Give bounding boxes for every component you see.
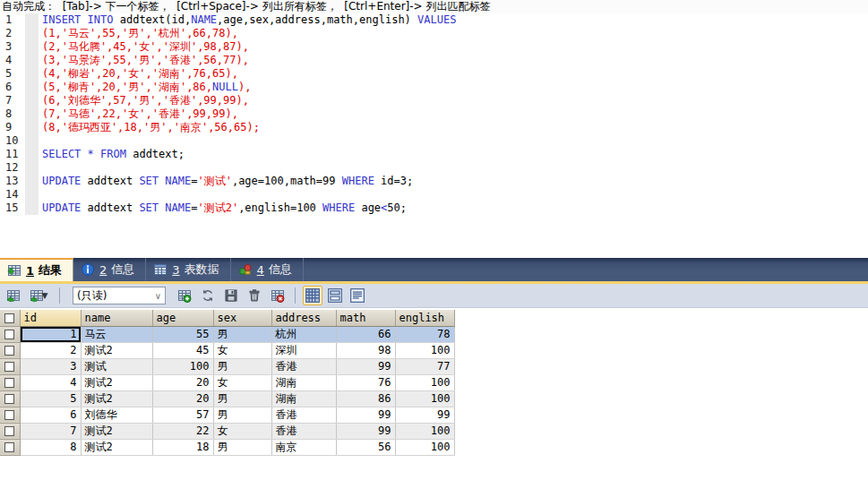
table-row[interactable]: 5测试220男湖南86100 [0, 390, 454, 407]
tab-4-pane[interactable]: 4信息 [231, 258, 304, 281]
cell-address[interactable]: 香港 [271, 423, 336, 439]
row-checkbox[interactable] [4, 362, 14, 372]
table-row[interactable]: 8测试218男南京56100 [0, 439, 454, 455]
cell-english[interactable]: 99 [395, 407, 454, 423]
text-view-button[interactable] [348, 286, 367, 305]
table-row[interactable]: 6刘德华57男香港9999 [0, 407, 454, 423]
row-selector[interactable] [0, 423, 20, 439]
cell-address[interactable]: 湖南 [271, 374, 336, 390]
table-row[interactable]: 7测试222女香港99100 [0, 423, 454, 439]
cell-address[interactable]: 湖南 [271, 390, 336, 407]
row-selector[interactable] [0, 326, 20, 342]
insert-row-button[interactable] [175, 286, 194, 305]
row-checkbox[interactable] [4, 410, 14, 420]
table-row[interactable]: 4测试220女湖南76100 [0, 374, 454, 390]
cell-name[interactable]: 测试2 [81, 439, 152, 455]
cell-english[interactable]: 100 [395, 423, 454, 439]
cell-age[interactable]: 20 [152, 374, 213, 390]
cell-math[interactable]: 76 [336, 374, 395, 390]
cell-address[interactable]: 香港 [271, 407, 336, 423]
column-header-name[interactable]: name [81, 310, 152, 326]
cell-math[interactable]: 86 [336, 390, 395, 407]
cell-age[interactable]: 45 [152, 342, 213, 358]
tab-1-results-active[interactable]: 1结果 [0, 258, 73, 281]
cell-name[interactable]: 测试2 [81, 423, 152, 439]
cell-sex[interactable]: 男 [213, 439, 271, 455]
cell-english[interactable]: 100 [395, 439, 454, 455]
cell-english[interactable]: 77 [395, 358, 454, 374]
select-all-header[interactable] [0, 310, 20, 326]
cell-age[interactable]: 55 [152, 326, 213, 342]
cell-age[interactable]: 22 [152, 423, 213, 439]
row-checkbox[interactable] [4, 442, 14, 452]
cell-english[interactable]: 100 [395, 374, 454, 390]
row-checkbox[interactable] [4, 378, 14, 388]
cell-math[interactable]: 99 [336, 407, 395, 423]
cell-sex[interactable]: 男 [213, 326, 271, 342]
cell-math[interactable]: 66 [336, 326, 395, 342]
row-selector[interactable] [0, 390, 20, 407]
cell-sex[interactable]: 男 [213, 407, 271, 423]
row-checkbox[interactable] [4, 394, 14, 404]
cell-id[interactable]: 8 [20, 439, 81, 455]
select-all-checkbox[interactable] [4, 313, 14, 323]
export-result-button[interactable] [4, 286, 23, 305]
cell-name[interactable]: 马云 [81, 326, 152, 342]
cell-address[interactable]: 杭州 [271, 326, 336, 342]
cell-math[interactable]: 99 [336, 358, 395, 374]
cell-age[interactable]: 18 [152, 439, 213, 455]
cell-name[interactable]: 测试2 [81, 374, 152, 390]
table-row[interactable]: 3测试100男香港9977 [0, 358, 454, 374]
cell-sex[interactable]: 女 [213, 374, 271, 390]
cell-math[interactable]: 99 [336, 423, 395, 439]
cell-id[interactable]: 1 [20, 326, 81, 342]
refresh-button[interactable] [198, 286, 218, 305]
grid-view-button[interactable] [303, 286, 322, 305]
table-row[interactable]: 2测试245女深圳98100 [0, 342, 454, 358]
export-result-menu-button[interactable]: ▼ [25, 286, 52, 305]
cell-english[interactable]: 100 [395, 342, 454, 358]
cell-id[interactable]: 5 [20, 390, 81, 407]
form-view-button[interactable] [325, 286, 345, 305]
cell-math[interactable]: 56 [336, 439, 395, 455]
cancel-changes-button[interactable] [268, 286, 288, 305]
delete-row-button[interactable] [245, 286, 264, 305]
tab-2-pane[interactable]: 2信息 [73, 258, 146, 281]
cell-name[interactable]: 测试2 [81, 342, 152, 358]
table-row[interactable]: 1马云55男杭州6678 [0, 326, 454, 342]
row-selector[interactable] [0, 374, 20, 390]
row-selector[interactable] [0, 439, 20, 455]
cell-address[interactable]: 南京 [271, 439, 336, 455]
sql-editor[interactable]: 1INSERT INTO addtext(id,NAME,age,sex,add… [0, 13, 868, 258]
row-selector[interactable] [0, 358, 20, 374]
cell-age[interactable]: 57 [152, 407, 213, 423]
cell-age[interactable]: 20 [152, 390, 213, 407]
cell-age[interactable]: 100 [152, 358, 213, 374]
row-selector[interactable] [0, 342, 20, 358]
tab-3-pane[interactable]: 3表数据 [146, 258, 230, 281]
column-header-age[interactable]: age [152, 310, 213, 326]
row-checkbox[interactable] [4, 330, 14, 339]
cell-english[interactable]: 100 [395, 390, 454, 407]
cell-name[interactable]: 刘德华 [81, 407, 152, 423]
cell-address[interactable]: 香港 [271, 358, 336, 374]
cell-address[interactable]: 深圳 [271, 342, 336, 358]
column-header-id[interactable]: id [20, 310, 81, 326]
column-header-sex[interactable]: sex [213, 310, 271, 326]
cell-id[interactable]: 3 [20, 358, 81, 374]
save-button[interactable] [221, 286, 241, 305]
row-checkbox[interactable] [4, 426, 14, 436]
row-selector[interactable] [0, 407, 20, 423]
cell-sex[interactable]: 女 [213, 423, 271, 439]
cell-english[interactable]: 78 [395, 326, 454, 342]
readonly-combobox[interactable]: (只读) ∨ [73, 287, 166, 304]
cell-math[interactable]: 98 [336, 342, 395, 358]
cell-name[interactable]: 测试2 [81, 390, 152, 407]
column-header-math[interactable]: math [336, 310, 395, 326]
row-checkbox[interactable] [4, 346, 14, 356]
cell-id[interactable]: 7 [20, 423, 81, 439]
cell-id[interactable]: 4 [20, 374, 81, 390]
column-header-address[interactable]: address [271, 310, 336, 326]
cell-id[interactable]: 2 [20, 342, 81, 358]
cell-sex[interactable]: 女 [213, 342, 271, 358]
